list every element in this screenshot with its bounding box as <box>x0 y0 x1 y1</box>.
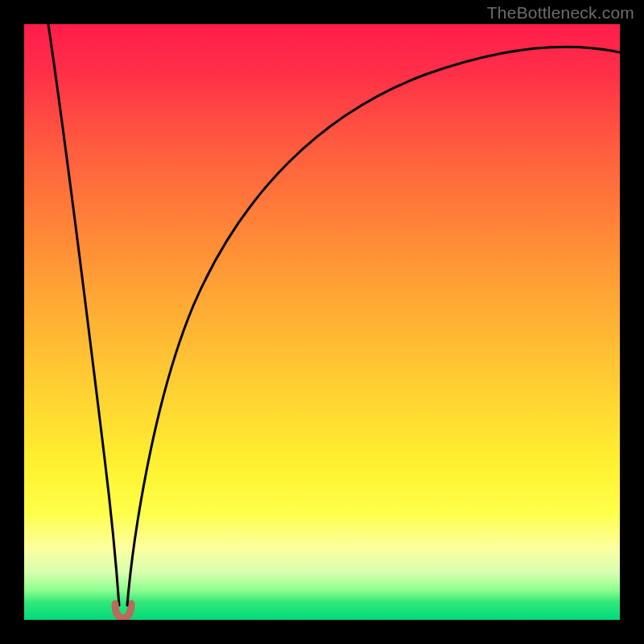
curve-left-branch <box>48 24 119 605</box>
plot-area <box>24 24 620 620</box>
watermark-text: TheBottleneck.com <box>487 3 634 23</box>
bottleneck-curve <box>24 24 620 620</box>
curve-notch <box>115 604 131 618</box>
curve-right-branch <box>127 47 620 605</box>
outer-frame: TheBottleneck.com <box>0 0 644 644</box>
